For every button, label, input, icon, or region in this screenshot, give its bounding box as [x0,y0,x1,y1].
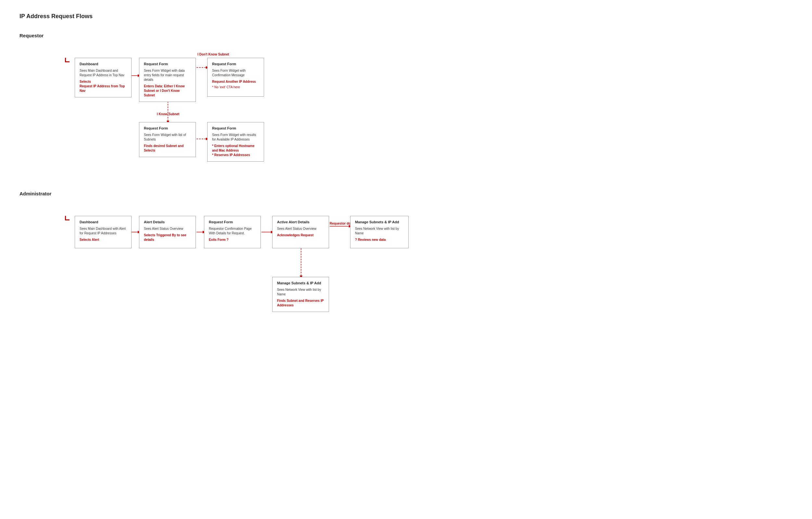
adm-reqform-title: Request Form [209,220,256,224]
adm-managesubnets-top-title: Manage Subnets & IP Add [355,220,404,224]
administrator-section: Administrator Requestor doesn't kn [20,191,792,330]
corner-bracket-admin [65,216,71,222]
adm-activealert-action: Acknowledges Request [277,233,324,238]
req-form4-desc: Sees Form Widget with results for Availa… [212,133,259,142]
adm-activealert-node: Active Alert Details Sees Alert Status O… [272,216,329,248]
req-dashboard-desc: Sees Main Dashboard and Request IP Addre… [80,68,127,78]
req-dashboard-action: SelectsRequest IP Address from Top Nav [80,80,127,93]
req-form3-action: Finds desired Subnet and Selects [144,144,191,153]
adm-managesubnets-bot-desc: Sees Network View with list by Name [277,287,324,297]
adm-managesubnets-top-node: Manage Subnets & IP Add Sees Network Vie… [350,216,409,248]
req-form2-node: Request Form Sees Form Widget with Confi… [207,58,264,97]
adm-reqform-desc: Requestor Confirmation Page With Details… [209,226,256,236]
adm-activealert-desc: Sees Alert Status Overview [277,226,324,231]
adm-alert-title: Alert Details [144,220,191,224]
corner-bracket-requestor [65,58,71,64]
adm-dashboard-desc: Sees Main Dashboard with Alert for Reque… [80,226,127,236]
adm-alert-node: Alert Details Sees Alert Status Overview… [139,216,196,248]
req-dashboard-title: Dashboard [80,62,127,66]
adm-dashboard-action: Selects Alert [80,238,127,242]
req-form1-node: Request Form Sees Form Widget with data … [139,58,196,102]
req-form1-action: Enters Data: Either I Know Subnet or I D… [144,84,191,98]
req-form2-title: Request Form [212,62,259,66]
adm-reqform-action: Exits Form ? [209,238,256,242]
adm-managesubnets-bot-title: Manage Subnets & IP Add [277,281,324,285]
req-form1-title: Request Form [144,62,191,66]
requestor-section: Requestor Dashboard Sees Main Dashb [20,33,792,172]
requestor-title: Requestor [20,33,792,38]
adm-alert-action: Selects Triggered By to see details [144,233,191,242]
label-iknow: I Know Subnet [157,112,179,116]
adm-alert-desc: Sees Alert Status Overview [144,226,191,231]
adm-activealert-title: Active Alert Details [277,220,324,224]
adm-dashboard-title: Dashboard [80,220,127,224]
req-form2-note: * No 'exit' CTA here [212,85,259,89]
req-form4-action: * Enters optional Hostname and Mac Addre… [212,144,259,157]
req-form3-node: Request Form Sees Form Widget with list … [139,122,196,157]
req-form2-desc: Sees Form Widget with Confirmation Messa… [212,68,259,78]
req-form2-action: Request Another IP Address [212,80,259,84]
req-form4-title: Request Form [212,126,259,130]
administrator-title: Administrator [20,191,792,196]
req-form3-title: Request Form [144,126,191,130]
adm-dashboard-node: Dashboard Sees Main Dashboard with Alert… [75,216,132,248]
req-form1-desc: Sees Form Widget with data entry fields … [144,68,191,82]
adm-managesubnets-top-desc: Sees Network View with list by Name [355,226,404,236]
page-title: IP Address Request Flows [20,13,792,20]
req-form3-desc: Sees Form Widget with list of Subnets [144,133,191,142]
req-form4-node: Request Form Sees Form Widget with resul… [207,122,264,162]
req-dashboard-node: Dashboard Sees Main Dashboard and Reques… [75,58,132,97]
label-dontknow: I Don't Know Subnet [198,53,229,56]
adm-managesubnets-top-action: ? Reviews new data [355,238,404,242]
adm-managesubnets-bot-node: Manage Subnets & IP Add Sees Network Vie… [272,277,329,312]
adm-managesubnets-bot-action: Finds Subnet and Reserves IP Addresses [277,299,324,308]
adm-reqform-node: Request Form Requestor Confirmation Page… [204,216,261,248]
